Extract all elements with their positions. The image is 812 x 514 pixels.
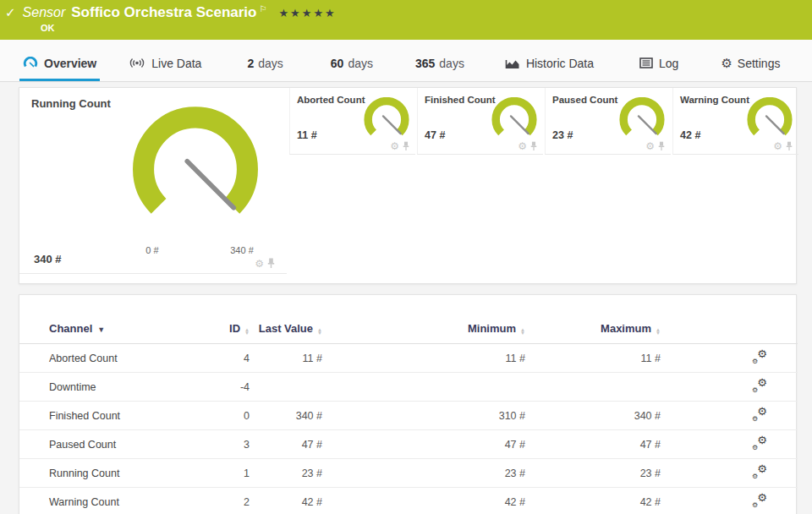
channel-name[interactable]: Aborted Count [19,353,210,364]
column-header-minimum[interactable]: Minimum▲▼ [322,322,525,336]
table-row: Aborted Count 4 11 # 11 # 11 # ⚙⚙ [19,344,798,373]
small-gauge-title: Warning Count [680,95,749,105]
channel-last-value: 42 # [250,496,322,508]
table-row: Paused Count 3 47 # 47 # 47 # ⚙⚙ [19,430,798,459]
tab-live-data-label: Live Data [151,57,201,70]
channel-last-value: 11 # [250,353,322,364]
tab-historic-data[interactable]: Historic Data [502,52,597,81]
channel-id: 4 [210,353,250,364]
column-header-last-value[interactable]: Last Value▲▼ [250,322,322,336]
gauge-gear-icon[interactable]: ⚙ [645,141,655,151]
main-gauge-tile[interactable]: Running Count 0 # 340 # 340 # ⚙ [19,88,287,274]
tab-bar: Overview Live Data 2 days 60 days 365 da… [0,40,812,82]
flag-icon[interactable]: ⚐ [259,4,266,14]
tab-overview[interactable]: Overview [19,52,100,81]
channel-id: -4 [210,381,250,393]
table-row: Warning Count 2 42 # 42 # 42 # ⚙⚙ [19,488,798,514]
column-header-maximum[interactable]: Maximum▲▼ [525,322,661,336]
tab-2-days-unit: days [258,57,283,70]
settings-gear-icon: ⚙ [721,56,732,71]
channel-id: 0 [210,410,250,422]
small-gauge-tile[interactable]: Warning Count 42 # ⚙ [672,88,798,155]
channel-name[interactable]: Downtime [19,381,210,393]
column-header-id[interactable]: ID▲▼ [210,322,250,336]
channel-minimum: 42 # [322,496,525,508]
gauge-gear-icon[interactable]: ⚙ [255,259,264,269]
channel-table-body: Aborted Count 4 11 # 11 # 11 # ⚙⚙ Downti… [19,344,798,514]
small-gauge-value: 23 # [552,129,573,141]
gauge-gear-icon[interactable]: ⚙ [518,141,527,151]
gauge-pin-icon[interactable] [403,141,409,151]
tab-2-days-number: 2 [247,57,254,70]
channel-id: 1 [210,468,250,479]
small-gauge-tile[interactable]: Paused Count 23 # ⚙ [545,88,671,155]
small-gauge-chart [617,97,667,143]
channel-settings-icon[interactable]: ⚙⚙ [752,379,767,392]
main-gauge-min-label: 0 # [135,245,169,255]
gauge-pin-icon[interactable] [786,141,793,151]
channel-minimum: 310 # [322,410,525,422]
tab-settings-label: Settings [738,57,781,70]
tab-live-data[interactable]: Live Data [125,52,205,81]
table-row: Downtime -4 ⚙⚙ [19,373,798,402]
channel-settings-icon[interactable]: ⚙⚙ [752,494,767,507]
page-title: Soffico Orchestra Scenario [71,4,256,21]
tab-365-days-unit: days [439,57,464,70]
tab-log-label: Log [659,57,678,70]
channel-maximum: 47 # [525,439,661,451]
channel-minimum: 23 # [322,468,525,479]
small-gauge-tile[interactable]: Aborted Count 11 # ⚙ [289,88,415,155]
ok-check-icon: ✓ [5,5,16,20]
gauge-pin-icon[interactable] [267,258,275,269]
gauges-panel: Running Count 0 # 340 # 340 # ⚙ Aborted … [19,87,797,284]
channel-settings-icon[interactable]: ⚙⚙ [752,350,767,364]
object-kind-label: Sensor [23,5,66,20]
channel-settings-icon[interactable]: ⚙⚙ [752,407,767,421]
log-icon [639,57,653,68]
small-gauge-tile[interactable]: Finished Count 47 # ⚙ [417,88,543,155]
status-badge: OK [41,23,55,33]
main-gauge-max-label: 340 # [221,245,263,255]
gauge-gear-icon[interactable]: ⚙ [390,141,399,151]
tab-365-days-number: 365 [415,57,435,70]
historic-data-icon [505,57,520,69]
channel-maximum: 11 # [525,353,661,364]
sensor-status-header: ✓ Sensor Soffico Orchestra Scenario ⚐ ★★… [0,0,812,40]
channel-name[interactable]: Running Count [19,468,210,479]
channel-id: 2 [210,496,250,508]
channel-name[interactable]: Finished Count [19,410,210,422]
channels-panel: Channel▼ ID▲▼ Last Value▲▼ Minimum▲▼ Max… [19,294,797,514]
column-header-channel[interactable]: Channel▼ [19,322,210,335]
channel-id: 3 [210,439,250,451]
live-data-icon [129,57,145,69]
channel-name[interactable]: Paused Count [19,439,210,451]
small-gauge-value: 42 # [680,129,700,141]
channel-name[interactable]: Warning Count [19,496,210,508]
tab-log[interactable]: Log [636,52,682,81]
tab-60-days-unit: days [348,57,373,70]
tab-365-days[interactable]: 365 days [412,52,468,81]
channel-settings-icon[interactable]: ⚙⚙ [752,436,767,450]
main-gauge-chart [127,107,264,235]
main-gauge-title: Running Count [31,97,111,110]
small-gauge-title: Finished Count [425,95,496,105]
priority-stars[interactable]: ★★★★★ [278,7,336,19]
channel-minimum: 11 # [322,353,525,364]
small-gauge-chart [490,97,539,143]
channel-maximum: 23 # [525,468,661,479]
small-gauge-title: Paused Count [552,95,617,105]
channel-table-header: Channel▼ ID▲▼ Last Value▲▼ Minimum▲▼ Max… [19,314,798,344]
tab-overview-label: Overview [44,57,96,70]
channel-settings-icon[interactable]: ⚙⚙ [752,465,767,478]
gauge-gear-icon[interactable]: ⚙ [773,141,782,151]
channel-minimum: 47 # [322,439,525,451]
table-row: Running Count 1 23 # 23 # 23 # ⚙⚙ [19,459,798,488]
tab-2-days[interactable]: 2 days [244,52,286,81]
gauge-icon [23,57,38,69]
channel-table: Channel▼ ID▲▼ Last Value▲▼ Minimum▲▼ Max… [19,314,798,514]
tab-settings[interactable]: ⚙ Settings [717,52,783,81]
tab-60-days[interactable]: 60 days [327,52,376,81]
gauge-pin-icon[interactable] [658,141,665,151]
small-gauge-chart [362,97,411,143]
gauge-pin-icon[interactable] [530,141,537,151]
